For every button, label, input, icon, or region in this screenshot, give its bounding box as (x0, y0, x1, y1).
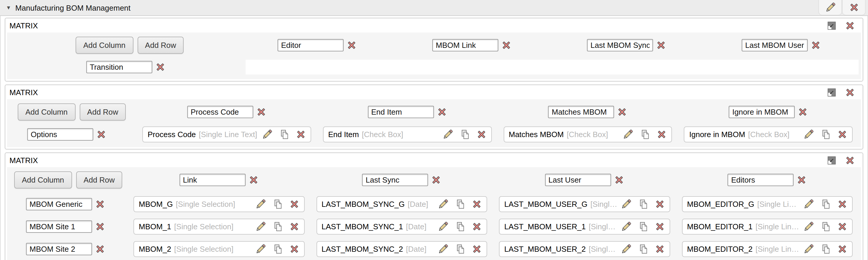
add-row-button[interactable]: Add Row (76, 171, 123, 188)
copy-icon[interactable] (279, 129, 289, 140)
add-row-button[interactable]: Add Row (80, 103, 126, 120)
collapse-icon[interactable] (827, 155, 837, 166)
delete-column-icon[interactable] (614, 175, 624, 185)
copy-icon[interactable] (821, 222, 831, 232)
delete-icon[interactable] (837, 129, 847, 140)
delete-icon[interactable] (837, 199, 847, 209)
cell-name: LAST_MBOM_SYNC_1 (321, 222, 403, 231)
column-name-input[interactable] (187, 106, 253, 118)
add-column-button[interactable]: Add Column (14, 171, 72, 188)
delete-section-button[interactable] (842, 0, 866, 16)
collapse-icon[interactable] (827, 87, 837, 97)
delete-column-icon[interactable] (501, 40, 512, 50)
delete-matrix-icon[interactable] (845, 87, 855, 97)
column-name-input[interactable] (362, 173, 428, 186)
edit-icon[interactable] (261, 129, 273, 140)
delete-row-icon[interactable] (155, 62, 165, 72)
collapse-icon[interactable] (827, 21, 837, 31)
column-name-input[interactable] (278, 39, 344, 51)
edit-icon[interactable] (620, 221, 631, 232)
edit-section-button[interactable] (818, 0, 842, 16)
delete-row-icon[interactable] (95, 244, 105, 254)
column-name-input[interactable] (742, 39, 808, 51)
cell-name: LAST_MBOM_SYNC_G (321, 200, 405, 209)
edit-icon[interactable] (803, 221, 814, 232)
edit-icon[interactable] (620, 199, 631, 210)
column-name-input[interactable] (587, 39, 653, 51)
edit-icon[interactable] (623, 129, 634, 140)
copy-icon[interactable] (638, 244, 648, 254)
column-name-input[interactable] (180, 173, 246, 186)
edit-icon[interactable] (803, 243, 814, 255)
copy-icon[interactable] (460, 129, 470, 140)
delete-row-icon[interactable] (95, 199, 105, 209)
column-name-input[interactable] (728, 173, 794, 186)
matrix-cell: LAST_MBOM_SYNC_2 [Date] (316, 241, 487, 257)
delete-icon[interactable] (476, 129, 486, 140)
edit-icon[interactable] (438, 243, 449, 255)
delete-icon[interactable] (472, 244, 482, 254)
delete-column-icon[interactable] (797, 175, 807, 185)
delete-icon[interactable] (837, 244, 847, 254)
copy-icon[interactable] (273, 222, 283, 232)
row-name-input[interactable] (26, 198, 92, 210)
delete-matrix-icon[interactable] (845, 21, 855, 31)
delete-icon[interactable] (289, 199, 299, 209)
edit-icon[interactable] (620, 243, 631, 255)
delete-column-icon[interactable] (347, 40, 356, 50)
delete-column-icon[interactable] (811, 40, 821, 50)
edit-icon[interactable] (438, 199, 449, 210)
row-name-input[interactable] (27, 128, 93, 141)
delete-row-icon[interactable] (95, 222, 105, 232)
delete-icon[interactable] (296, 129, 306, 140)
copy-icon[interactable] (821, 199, 831, 209)
column-name-input[interactable] (368, 106, 434, 118)
delete-icon[interactable] (655, 199, 664, 209)
row-name-input[interactable] (26, 243, 92, 255)
column-name-input[interactable] (548, 106, 614, 118)
row-name-input[interactable] (26, 221, 92, 233)
caret-down-icon[interactable]: ▼ (6, 5, 11, 11)
copy-icon[interactable] (821, 129, 831, 140)
edit-icon[interactable] (803, 129, 814, 140)
copy-icon[interactable] (273, 244, 283, 254)
delete-column-icon[interactable] (249, 175, 259, 185)
row-name-input[interactable] (86, 61, 152, 73)
copy-icon[interactable] (455, 244, 465, 254)
column-name-input[interactable] (728, 106, 795, 118)
copy-icon[interactable] (638, 199, 648, 209)
edit-icon[interactable] (255, 221, 266, 232)
delete-column-icon[interactable] (617, 107, 627, 117)
delete-icon[interactable] (289, 222, 299, 232)
delete-icon[interactable] (837, 222, 847, 232)
delete-icon[interactable] (655, 244, 664, 254)
delete-icon[interactable] (472, 222, 482, 232)
edit-icon[interactable] (255, 199, 266, 210)
column-name-input[interactable] (545, 173, 611, 186)
delete-icon[interactable] (472, 199, 482, 209)
delete-column-icon[interactable] (798, 107, 808, 117)
add-column-button[interactable]: Add Column (18, 103, 75, 120)
copy-icon[interactable] (273, 199, 283, 209)
copy-icon[interactable] (455, 199, 465, 209)
delete-icon[interactable] (657, 129, 667, 140)
copy-icon[interactable] (455, 222, 465, 232)
delete-column-icon[interactable] (256, 107, 266, 117)
delete-row-icon[interactable] (96, 129, 106, 140)
add-column-button[interactable]: Add Column (75, 36, 133, 54)
copy-icon[interactable] (640, 129, 650, 140)
delete-icon[interactable] (289, 244, 299, 254)
copy-icon[interactable] (638, 222, 648, 232)
edit-icon[interactable] (442, 129, 453, 140)
edit-icon[interactable] (255, 243, 266, 255)
add-row-button[interactable]: Add Row (137, 36, 184, 54)
delete-icon[interactable] (655, 222, 664, 232)
delete-column-icon[interactable] (656, 40, 666, 50)
delete-column-icon[interactable] (437, 107, 447, 117)
edit-icon[interactable] (438, 221, 449, 232)
edit-icon[interactable] (803, 199, 814, 210)
copy-icon[interactable] (821, 244, 831, 254)
column-name-input[interactable] (432, 39, 498, 51)
delete-matrix-icon[interactable] (845, 155, 855, 166)
delete-column-icon[interactable] (431, 175, 441, 185)
